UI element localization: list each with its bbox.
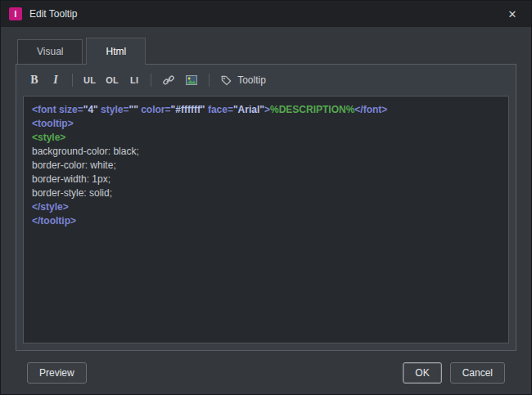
code-line: </style> xyxy=(32,200,500,214)
close-button[interactable]: ✕ xyxy=(494,1,531,27)
code-line: <style> xyxy=(32,131,500,145)
code-line: </tooltip> xyxy=(32,214,500,228)
html-tab-panel: B I UL OL LI xyxy=(16,64,516,351)
unordered-list-button[interactable]: UL xyxy=(79,70,100,90)
italic-button[interactable]: I xyxy=(46,70,65,90)
edit-tooltip-dialog: I Edit Tooltip ✕ Visual Html B I UL OL L… xyxy=(0,0,532,395)
app-icon: I xyxy=(9,7,22,20)
toolbar-separator xyxy=(72,74,73,87)
code-line: <font size="4" style="" color="#ffffff" … xyxy=(32,103,500,117)
insert-image-button[interactable] xyxy=(181,70,202,90)
code-editor[interactable]: <font size="4" style="" color="#ffffff" … xyxy=(23,96,509,343)
bold-button[interactable]: B xyxy=(25,70,44,90)
code-line: <tooltip> xyxy=(32,117,500,131)
ordered-list-button[interactable]: OL xyxy=(101,70,123,90)
dialog-footer: Preview OK Cancel xyxy=(16,351,516,394)
dialog-content: Visual Html B I UL OL LI xyxy=(1,27,531,394)
tab-html[interactable]: Html xyxy=(86,38,146,65)
code-line: border-width: 1px; xyxy=(32,173,500,186)
image-icon xyxy=(185,74,198,87)
tag-icon xyxy=(220,74,232,87)
code-line: border-color: white; xyxy=(32,159,500,173)
tab-bar: Visual Html xyxy=(16,38,516,64)
editor-toolbar: B I UL OL LI xyxy=(16,65,516,96)
window-title: Edit Tooltip xyxy=(29,8,494,20)
tab-visual[interactable]: Visual xyxy=(17,39,83,64)
ok-button[interactable]: OK xyxy=(403,362,441,384)
insert-link-button[interactable] xyxy=(158,70,179,90)
link-icon xyxy=(162,74,175,87)
preview-button[interactable]: Preview xyxy=(27,362,87,384)
toolbar-separator xyxy=(151,74,151,87)
title-bar: I Edit Tooltip ✕ xyxy=(1,1,531,27)
code-line: background-color: black; xyxy=(32,145,500,159)
list-item-button[interactable]: LI xyxy=(124,70,144,90)
toolbar-separator xyxy=(209,74,210,87)
tooltip-button-label: Tooltip xyxy=(237,74,266,86)
code-line: border-style: solid; xyxy=(32,186,500,200)
insert-tooltip-button[interactable]: Tooltip xyxy=(216,70,270,90)
cancel-button[interactable]: Cancel xyxy=(450,362,505,384)
